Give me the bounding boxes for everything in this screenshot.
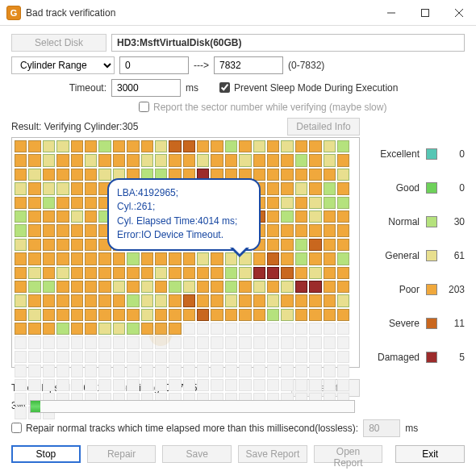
grid-cell xyxy=(28,294,40,306)
grid-cell xyxy=(127,294,139,306)
range-to-input[interactable] xyxy=(214,56,283,74)
prevent-sleep-checkbox[interactable]: Prevent Sleep Mode During Execution xyxy=(219,82,398,94)
grid-cell xyxy=(71,267,83,279)
grid-cell xyxy=(211,365,223,377)
grid-cell xyxy=(113,294,125,306)
legend-name: Excellent xyxy=(368,148,420,160)
grid-cell xyxy=(295,323,307,335)
save-report-button[interactable]: Save Report xyxy=(238,445,307,463)
report-sector-label: Report the sector number while verifying… xyxy=(153,102,386,113)
timeout-input[interactable] xyxy=(111,79,181,97)
stop-button[interactable]: Stop xyxy=(11,445,81,463)
grid-cell xyxy=(98,309,111,321)
legend-row: Good0 xyxy=(368,171,465,205)
grid-cell xyxy=(28,169,40,181)
grid-cell xyxy=(56,210,69,223)
grid-cell xyxy=(295,281,307,293)
range-from-input[interactable] xyxy=(119,56,189,74)
grid-cell xyxy=(28,281,40,293)
grid-cell xyxy=(98,252,111,265)
grid-cell xyxy=(281,336,293,348)
minimize-button[interactable] xyxy=(374,0,408,26)
grid-cell xyxy=(239,379,251,391)
grid-cell xyxy=(127,351,139,363)
grid-cell xyxy=(295,365,307,377)
grid-cell xyxy=(71,281,83,293)
grid-cell xyxy=(281,224,293,236)
grid-cell xyxy=(239,336,251,348)
grid-cell xyxy=(15,140,27,152)
range-mode-select[interactable]: Cylinder Range xyxy=(11,56,115,74)
grid-cell xyxy=(98,365,111,377)
legend-swatch xyxy=(426,318,437,329)
grid-cell xyxy=(337,224,349,236)
select-disk-button[interactable]: Select Disk xyxy=(11,34,106,52)
grid-cell xyxy=(56,224,69,236)
grid-cell xyxy=(85,379,97,391)
grid-cell xyxy=(267,365,279,377)
grid-cell xyxy=(127,140,139,152)
grid-cell xyxy=(85,239,97,251)
grid-cell xyxy=(28,379,40,391)
report-sector-checkbox[interactable]: Report the sector number while verifying… xyxy=(139,102,386,113)
repair-tracks-checkbox[interactable]: Repair normal tracks which time elapsed … xyxy=(11,423,358,434)
grid-cell xyxy=(267,140,279,152)
grid-cell xyxy=(324,239,336,251)
grid-cell xyxy=(71,210,83,223)
grid-cell xyxy=(324,365,336,377)
grid-cell xyxy=(337,281,349,293)
grid-cell xyxy=(155,309,167,321)
detailed-info-button[interactable]: Detailed Info xyxy=(287,118,360,135)
grid-cell xyxy=(71,252,83,265)
grid-cell xyxy=(337,252,349,265)
grid-cell xyxy=(169,252,181,265)
grid-cell xyxy=(155,140,167,152)
grid-cell xyxy=(169,365,181,377)
grid-cell xyxy=(309,154,321,166)
legend-count: 11 xyxy=(444,318,465,329)
grid-cell xyxy=(211,281,223,293)
grid-cell xyxy=(71,154,83,166)
grid-cell xyxy=(309,294,321,306)
grid-cell xyxy=(225,140,237,152)
grid-cell xyxy=(324,294,336,306)
grid-cell xyxy=(113,336,125,348)
close-button[interactable] xyxy=(442,0,476,26)
grid-cell xyxy=(85,140,97,152)
save-button[interactable]: Save xyxy=(162,445,232,463)
grid-cell xyxy=(253,140,265,152)
grid-cell xyxy=(211,336,223,348)
grid-cell xyxy=(197,336,209,348)
grid-cell xyxy=(71,239,83,251)
legend-swatch xyxy=(426,182,437,194)
grid-cell xyxy=(309,210,321,223)
grid-cell xyxy=(85,224,97,236)
grid-cell xyxy=(28,239,40,251)
grid-cell xyxy=(281,169,293,181)
legend-name: General xyxy=(368,250,420,261)
maximize-button[interactable] xyxy=(408,0,442,26)
timeout-unit: ms xyxy=(186,82,198,94)
grid-cell xyxy=(56,267,69,279)
repair-button[interactable]: Repair xyxy=(87,445,157,463)
grid-cell xyxy=(15,224,27,236)
grid-cell xyxy=(98,379,111,391)
grid-cell xyxy=(28,323,40,335)
grid-cell xyxy=(127,154,139,166)
grid-cell xyxy=(309,140,321,152)
legend-count: 0 xyxy=(444,148,465,160)
grid-cell xyxy=(309,239,321,251)
grid-cell xyxy=(324,210,336,223)
grid-cell xyxy=(211,294,223,306)
grid-cell xyxy=(85,281,97,293)
repair-threshold-input[interactable] xyxy=(363,419,400,437)
grid-cell xyxy=(267,210,279,223)
grid-cell xyxy=(281,294,293,306)
grid-cell xyxy=(15,210,27,223)
open-report-button[interactable]: Open Report xyxy=(314,445,383,463)
grid-cell xyxy=(225,309,237,321)
exit-button[interactable]: Exit xyxy=(395,445,465,463)
grid-cell xyxy=(281,239,293,251)
legend-row: Severe11 xyxy=(368,306,465,340)
grid-cell xyxy=(141,154,153,166)
